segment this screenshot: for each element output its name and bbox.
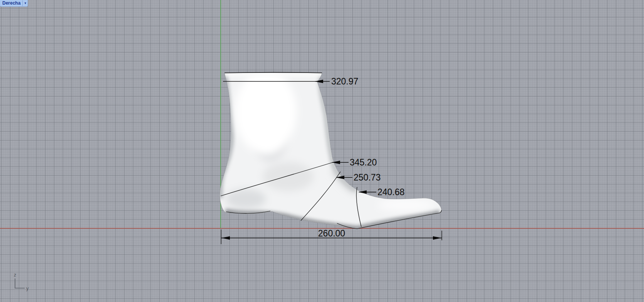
dim-foot-length: 260.00 (221, 228, 442, 244)
dim-leg-girth: 320.97 (315, 76, 358, 86)
dim-arrow-right-icon (433, 236, 441, 240)
viewport-title: Derecha (0, 0, 22, 7)
dim-label-waist-girth: 250.73 (354, 172, 381, 182)
gnomon-y-label: y (26, 285, 29, 291)
dim-label-ball-girth: 240.68 (377, 187, 404, 197)
chevron-down-icon[interactable]: ▾ (23, 0, 28, 7)
dim-label-instep-girth: 345.20 (350, 157, 377, 167)
dim-label-foot-length: 260.00 (318, 228, 345, 238)
gnomon-axes-icon (15, 278, 25, 288)
dim-label-leg-girth: 320.97 (331, 76, 358, 86)
scene-svg: 320.97 345.20 250.73 240.68 (0, 0, 644, 302)
axis-gnomon: z y (14, 272, 29, 291)
dim-arrow-left-icon (221, 236, 230, 240)
shoe-last-model (220, 69, 441, 229)
gnomon-z-label: z (14, 272, 17, 278)
rhino-viewport-window: 320.97 345.20 250.73 240.68 (0, 0, 644, 302)
viewport-title-tab[interactable]: Derecha ▾ (0, 0, 28, 7)
dim-instep-girth: 345.20 (332, 157, 377, 167)
